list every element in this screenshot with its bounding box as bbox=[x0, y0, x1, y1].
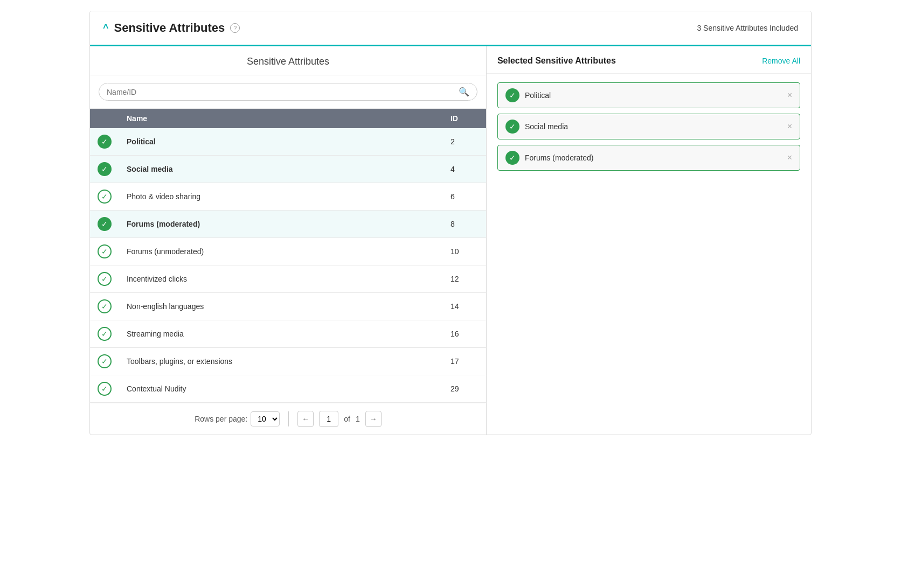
row-name: Forums (moderated) bbox=[119, 211, 443, 238]
header-left: ^ Sensitive Attributes ? bbox=[103, 21, 240, 35]
search-bar-container: 🔍 bbox=[90, 75, 486, 109]
selected-item-name: Forums (moderated) bbox=[525, 153, 594, 162]
col-name-header: Name bbox=[119, 109, 443, 128]
row-name: Streaming media bbox=[119, 320, 443, 348]
row-checkbox[interactable]: ✓ bbox=[90, 183, 119, 211]
row-checkbox[interactable]: ✓ bbox=[90, 128, 119, 156]
check-outline-icon[interactable]: ✓ bbox=[98, 382, 112, 396]
search-icon: 🔍 bbox=[459, 87, 469, 97]
row-id: 4 bbox=[443, 156, 486, 183]
table-row[interactable]: ✓Non-english languages14 bbox=[90, 293, 486, 320]
search-bar: 🔍 bbox=[99, 83, 477, 101]
row-checkbox[interactable]: ✓ bbox=[90, 238, 119, 265]
table-row[interactable]: ✓Forums (unmoderated)10 bbox=[90, 238, 486, 265]
row-checkbox[interactable]: ✓ bbox=[90, 156, 119, 183]
main-body: Sensitive Attributes 🔍 Name ID bbox=[90, 46, 811, 435]
row-id: 29 bbox=[443, 375, 486, 403]
search-input[interactable] bbox=[107, 88, 459, 96]
row-id: 6 bbox=[443, 183, 486, 211]
row-checkbox[interactable]: ✓ bbox=[90, 265, 119, 293]
check-outline-icon[interactable]: ✓ bbox=[98, 272, 112, 286]
selected-check-icon: ✓ bbox=[505, 151, 519, 165]
table-row[interactable]: ✓Toolbars, plugins, or extensions17 bbox=[90, 348, 486, 375]
row-id: 12 bbox=[443, 265, 486, 293]
check-filled-icon[interactable]: ✓ bbox=[98, 162, 112, 176]
row-checkbox[interactable]: ✓ bbox=[90, 320, 119, 348]
pagination-bar: Rows per page: 10 25 50 ← of 1 → bbox=[90, 403, 486, 435]
selected-items-list: ✓ Political × ✓ Social media × ✓ Forums … bbox=[487, 74, 811, 179]
selected-check-icon: ✓ bbox=[505, 88, 519, 102]
row-id: 10 bbox=[443, 238, 486, 265]
check-filled-icon[interactable]: ✓ bbox=[98, 135, 112, 149]
check-outline-icon[interactable]: ✓ bbox=[98, 327, 112, 341]
attributes-table: Name ID ✓Political2✓Social media4✓Photo … bbox=[90, 109, 486, 403]
selected-item-name: Political bbox=[525, 91, 551, 100]
table-row[interactable]: ✓Political2 bbox=[90, 128, 486, 156]
section-header: ^ Sensitive Attributes ? 3 Sensitive Att… bbox=[90, 11, 811, 46]
row-name: Political bbox=[119, 128, 443, 156]
row-name: Social media bbox=[119, 156, 443, 183]
page-title: Sensitive Attributes bbox=[114, 21, 225, 35]
row-id: 16 bbox=[443, 320, 486, 348]
right-panel-header: Selected Sensitive Attributes Remove All bbox=[487, 46, 811, 74]
selected-item: ✓ Political × bbox=[497, 82, 800, 108]
check-outline-icon[interactable]: ✓ bbox=[98, 244, 112, 258]
check-outline-icon[interactable]: ✓ bbox=[98, 299, 112, 313]
table-row[interactable]: ✓Forums (moderated)8 bbox=[90, 211, 486, 238]
check-outline-icon[interactable]: ✓ bbox=[98, 354, 112, 368]
row-name: Forums (unmoderated) bbox=[119, 238, 443, 265]
right-panel: Selected Sensitive Attributes Remove All… bbox=[487, 46, 811, 435]
col-id-header: ID bbox=[443, 109, 486, 128]
divider bbox=[288, 411, 289, 426]
rows-per-page: Rows per page: 10 25 50 bbox=[195, 411, 280, 426]
remove-item-button[interactable]: × bbox=[787, 91, 792, 100]
remove-item-button[interactable]: × bbox=[787, 153, 792, 162]
table-row[interactable]: ✓Contextual Nudity29 bbox=[90, 375, 486, 403]
collapse-icon[interactable]: ^ bbox=[103, 23, 109, 34]
table-row[interactable]: ✓Incentivized clicks12 bbox=[90, 265, 486, 293]
row-name: Photo & video sharing bbox=[119, 183, 443, 211]
right-panel-title: Selected Sensitive Attributes bbox=[497, 56, 616, 66]
col-checkbox bbox=[90, 109, 119, 128]
selected-check-icon: ✓ bbox=[505, 120, 519, 134]
remove-all-button[interactable]: Remove All bbox=[762, 57, 800, 65]
table-header-row: Name ID bbox=[90, 109, 486, 128]
table-body: ✓Political2✓Social media4✓Photo & video … bbox=[90, 128, 486, 403]
row-checkbox[interactable]: ✓ bbox=[90, 211, 119, 238]
selected-item-left: ✓ Forums (moderated) bbox=[505, 151, 594, 165]
row-checkbox[interactable]: ✓ bbox=[90, 375, 119, 403]
table-row[interactable]: ✓Streaming media16 bbox=[90, 320, 486, 348]
help-icon[interactable]: ? bbox=[230, 23, 240, 33]
row-id: 17 bbox=[443, 348, 486, 375]
selected-item-name: Social media bbox=[525, 122, 568, 131]
row-id: 2 bbox=[443, 128, 486, 156]
selected-item: ✓ Social media × bbox=[497, 114, 800, 139]
selected-item-left: ✓ Political bbox=[505, 88, 551, 102]
rows-per-page-select[interactable]: 10 25 50 bbox=[251, 411, 280, 426]
row-checkbox[interactable]: ✓ bbox=[90, 348, 119, 375]
check-outline-icon[interactable]: ✓ bbox=[98, 190, 112, 204]
total-pages: 1 bbox=[356, 415, 360, 423]
selected-item-left: ✓ Social media bbox=[505, 120, 568, 134]
check-filled-icon[interactable]: ✓ bbox=[98, 217, 112, 231]
remove-item-button[interactable]: × bbox=[787, 122, 792, 131]
count-label: 3 Sensitive Attributes Included bbox=[697, 24, 798, 32]
selected-item: ✓ Forums (moderated) × bbox=[497, 145, 800, 171]
left-panel: Sensitive Attributes 🔍 Name ID bbox=[90, 46, 487, 435]
row-name: Contextual Nudity bbox=[119, 375, 443, 403]
next-page-button[interactable]: → bbox=[365, 411, 382, 427]
left-panel-title: Sensitive Attributes bbox=[90, 46, 486, 75]
row-id: 8 bbox=[443, 211, 486, 238]
table-row[interactable]: ✓Photo & video sharing6 bbox=[90, 183, 486, 211]
prev-page-button[interactable]: ← bbox=[297, 411, 314, 427]
row-id: 14 bbox=[443, 293, 486, 320]
row-checkbox[interactable]: ✓ bbox=[90, 293, 119, 320]
row-name: Incentivized clicks bbox=[119, 265, 443, 293]
table-row[interactable]: ✓Social media4 bbox=[90, 156, 486, 183]
rows-per-page-label: Rows per page: bbox=[195, 415, 247, 423]
of-label: of bbox=[344, 415, 350, 423]
main-container: ^ Sensitive Attributes ? 3 Sensitive Att… bbox=[89, 11, 812, 435]
current-page-input[interactable] bbox=[319, 411, 338, 427]
row-name: Non-english languages bbox=[119, 293, 443, 320]
row-name: Toolbars, plugins, or extensions bbox=[119, 348, 443, 375]
